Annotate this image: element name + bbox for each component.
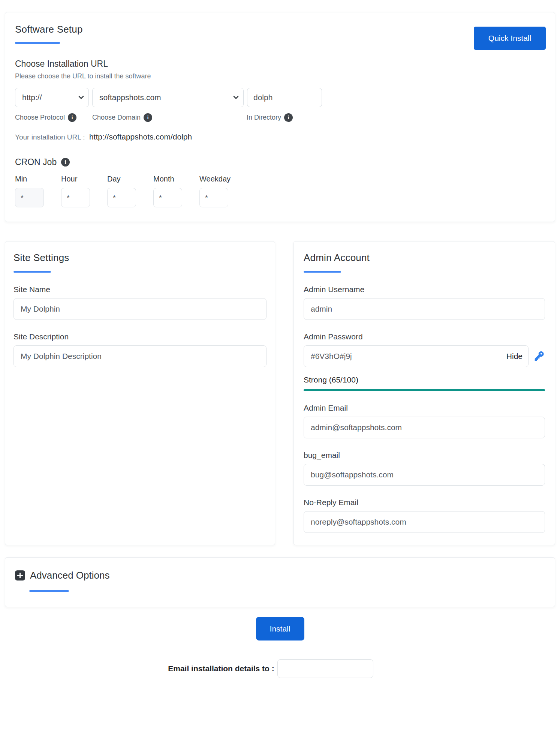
installer-page: Software Setup Quick Install Choose Inst… [0,0,560,678]
site-name-field: Site Name [13,285,267,320]
plus-icon[interactable] [15,570,25,580]
choose-installation-url-heading: Choose Installation URL [15,59,545,69]
admin-email-label: Admin Email [304,404,545,412]
chevron-down-icon [78,96,84,99]
advanced-options-title: Advanced Options [30,570,109,581]
info-icon[interactable]: i [144,113,152,122]
installation-url-line: Your installation URL : http://softappsh… [15,132,545,141]
site-settings-title: Site Settings [13,252,267,264]
noreply-email-field: No-Reply Email [304,498,545,533]
title-underline [29,590,69,592]
cron-field-min: Min [15,175,44,207]
admin-email-input[interactable] [304,417,545,438]
cron-min-input[interactable] [15,188,44,207]
admin-account-card: Admin Account Admin Username Admin Passw… [293,241,555,545]
bug-email-input[interactable] [304,464,545,486]
noreply-email-label: No-Reply Email [304,498,545,507]
quick-install-button[interactable]: Quick Install [474,27,546,50]
admin-password-label: Admin Password [304,332,545,341]
email-details-row: Email installation details to : [5,659,555,678]
password-hide-toggle[interactable]: Hide [506,352,523,361]
site-settings-card: Site Settings Site Name Site Description [5,241,275,545]
protocol-select-value: http:// [22,93,42,102]
site-description-label: Site Description [13,332,267,341]
bug-email-label: bug_email [304,451,545,460]
protocol-select[interactable]: http:// [15,88,89,107]
cron-day-label: Day [107,175,136,183]
choose-installation-url-note: Please choose the URL to install the sof… [15,72,545,80]
installation-url-label: Your installation URL : [15,133,85,141]
domain-select[interactable]: softappshots.com [92,88,244,107]
site-name-label: Site Name [13,285,267,294]
admin-password-input[interactable] [304,345,529,367]
info-icon[interactable]: i [61,158,70,166]
advanced-options-toggle[interactable]: Advanced Options [15,570,545,581]
cron-month-input[interactable] [153,188,182,207]
admin-account-title: Admin Account [304,252,545,264]
software-setup-card: Software Setup Quick Install Choose Inst… [5,12,555,222]
admin-username-field: Admin Username [304,285,545,320]
settings-row: Site Settings Site Name Site Description… [5,241,555,545]
cron-min-label: Min [15,175,44,183]
domain-select-value: softappshots.com [99,93,161,102]
installation-url-row: http:// softappshots.com [15,88,545,107]
title-underline [15,42,60,44]
password-strength-bar [304,389,545,391]
bug-email-field: bug_email [304,451,545,486]
site-description-field: Site Description [13,332,267,367]
cron-job-title: CRON Job [15,157,57,167]
cron-month-label: Month [153,175,182,183]
email-details-input[interactable] [277,659,373,678]
cron-fields-row: Min Hour Day Month Weekday [15,175,545,207]
directory-label: In Directory [247,114,281,122]
cron-day-input[interactable] [107,188,136,207]
admin-username-label: Admin Username [304,285,545,294]
key-icon[interactable] [533,350,545,362]
title-underline [13,271,51,273]
email-details-label: Email installation details to : [168,664,274,673]
software-setup-title: Software Setup [15,24,545,35]
cron-field-day: Day [107,175,136,207]
chevron-down-icon [233,96,239,99]
info-icon[interactable]: i [284,113,293,122]
cron-field-weekday: Weekday [199,175,231,207]
admin-email-field: Admin Email [304,404,545,438]
admin-password-field: Admin Password Hide [304,332,545,367]
site-description-input[interactable] [13,345,267,367]
cron-hour-label: Hour [61,175,90,183]
cron-field-month: Month [153,175,182,207]
password-strength-text: Strong (65/100) [304,375,545,384]
info-icon[interactable]: i [68,113,76,122]
cron-weekday-input[interactable] [199,188,228,207]
title-underline [304,271,341,273]
domain-label: Choose Domain [92,114,141,122]
cron-weekday-label: Weekday [199,175,231,183]
directory-input[interactable] [247,88,322,107]
noreply-email-input[interactable] [304,511,545,533]
cron-hour-input[interactable] [61,188,90,207]
installation-url-labels: Choose Protocol i Choose Domain i In Dir… [15,113,545,122]
admin-username-input[interactable] [304,298,545,320]
install-button[interactable]: Install [256,617,304,640]
advanced-options-card: Advanced Options [5,557,555,607]
cron-job-heading: CRON Job i [15,157,545,167]
cron-field-hour: Hour [61,175,90,207]
installation-url-value: http://softappshots.com/dolph [89,132,192,141]
site-name-input[interactable] [13,298,267,320]
protocol-label: Choose Protocol [15,114,65,122]
